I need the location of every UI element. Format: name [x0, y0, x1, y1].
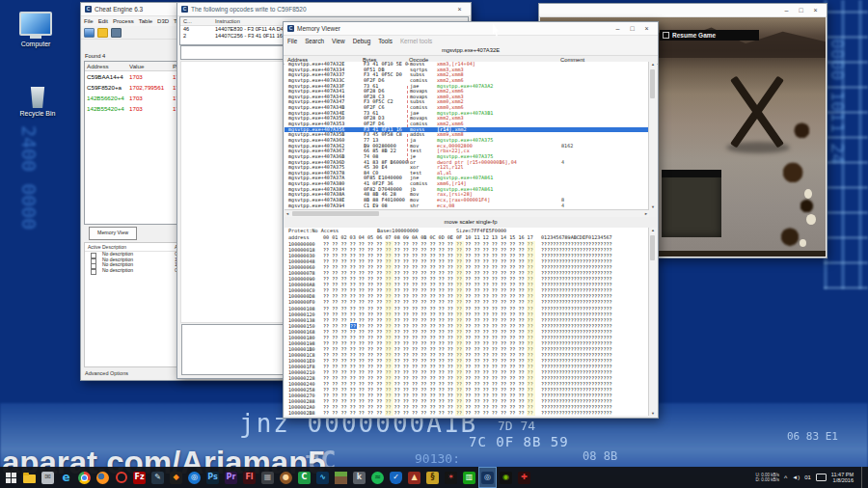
- green-display-app-icon: ▥: [463, 472, 475, 484]
- close-button[interactable]: ×: [452, 4, 467, 15]
- opcodes-titlebar[interactable]: C The following opcodes write to C59F852…: [177, 3, 471, 16]
- green-display-app[interactable]: ▥: [460, 467, 478, 488]
- light-spot: [804, 189, 812, 199]
- filezilla-app[interactable]: Fz: [130, 467, 149, 488]
- dark-app[interactable]: ▦: [258, 467, 277, 488]
- hex-view[interactable]: Protect:No Access Base=100000000 Size=7F…: [285, 228, 649, 416]
- menu-file[interactable]: File: [287, 38, 297, 44]
- desktop-icon-label: Recycle Bin: [8, 110, 68, 117]
- desktop: jnz 0000000A1B 7D 74 7C 0F 8B 59 08 8B 0…: [0, 0, 868, 488]
- disasm-scrollbar[interactable]: ▲▼: [648, 62, 657, 209]
- minimize-button[interactable]: –: [779, 5, 794, 16]
- dragon-app[interactable]: §: [423, 467, 442, 488]
- flame-app[interactable]: ◆: [167, 467, 185, 488]
- start-button[interactable]: [2, 467, 20, 488]
- red-app[interactable]: ▲: [405, 467, 423, 488]
- hex-rows: 100000000?? ?? ?? ?? ?? ?? ?? ?? ?? ?? ?…: [285, 241, 649, 416]
- file-explorer[interactable]: [20, 467, 39, 488]
- edge-browser[interactable]: e: [57, 467, 75, 488]
- date-label: 1/8/2016: [831, 477, 854, 484]
- select-process-icon[interactable]: [84, 28, 95, 38]
- disassembler-view[interactable]: mgsvtpp.exe+407A32EF3 41 0F10 5E 04movss…: [285, 62, 649, 209]
- claw-app[interactable]: ✶: [442, 467, 460, 488]
- touch-keyboard-icon[interactable]: [816, 474, 827, 481]
- flash-app-icon: Fl: [243, 472, 256, 484]
- menu-edit[interactable]: Edit: [98, 18, 108, 24]
- opera-browser[interactable]: [112, 467, 130, 488]
- menu-file[interactable]: File: [84, 18, 94, 24]
- advanced-options-label[interactable]: Advanced Options: [85, 370, 128, 376]
- menu-d3d[interactable]: D3D: [157, 18, 169, 24]
- hex-scrollbar[interactable]: ▲▼: [648, 228, 657, 416]
- chrome-browser[interactable]: [75, 467, 94, 488]
- resume-game-menu-item[interactable]: Resume Game: [660, 30, 759, 41]
- col-active[interactable]: Active: [88, 244, 101, 250]
- firefox-browser[interactable]: [94, 467, 112, 488]
- current-address-label: mgsvtpp.exe+407A32E: [284, 46, 658, 55]
- swoosh-app-icon: ∿: [316, 472, 329, 484]
- hex-row[interactable]: 1000002B8?? ?? ?? ?? ?? ?? ?? ?? ?? ?? ?…: [285, 410, 649, 416]
- show-desktop-button[interactable]: [861, 467, 866, 488]
- game-titlebar[interactable]: – □ ×: [539, 4, 827, 17]
- menu-process[interactable]: Process: [113, 18, 134, 24]
- col-description[interactable]: Description: [102, 244, 126, 250]
- flame-app-icon: ◆: [170, 472, 182, 484]
- desktop-icon-computer[interactable]: Computer: [6, 12, 66, 47]
- maximize-button[interactable]: □: [794, 5, 808, 16]
- memory-view-button[interactable]: Memory View: [89, 227, 137, 240]
- computer-icon: [19, 12, 52, 36]
- protect-label: Protect:No Access: [288, 228, 339, 233]
- menu-view[interactable]: View: [332, 38, 345, 44]
- red-tool-app[interactable]: ✚: [515, 467, 533, 488]
- col-address[interactable]: Address: [87, 63, 109, 69]
- brown-app[interactable]: ●: [277, 467, 295, 488]
- col-instruction[interactable]: Instruction: [215, 18, 240, 24]
- menu-debug[interactable]: Debug: [353, 38, 371, 44]
- dark-app-icon: ▦: [261, 472, 274, 484]
- network-speed-indicator[interactable]: U: 0.00 kB/s D: 0.00 kB/s: [755, 473, 779, 483]
- menu-kernel-tools[interactable]: Kernel tools: [400, 38, 432, 44]
- menu-tools[interactable]: Tools: [378, 38, 393, 44]
- photoshop-app[interactable]: Ps: [203, 467, 222, 488]
- clock[interactable]: 11:47 PM 1/8/2016: [831, 472, 854, 484]
- address-col-label: address: [288, 234, 309, 240]
- quill-app[interactable]: ✎: [149, 467, 167, 488]
- mv-titlebar[interactable]: C Memory Viewer – □ ×: [284, 22, 658, 36]
- desktop-icon-recycle-bin[interactable]: Recycle Bin: [8, 87, 68, 117]
- green-c-app-icon: C: [298, 472, 311, 484]
- green-circle-app[interactable]: ≈: [368, 467, 387, 488]
- cheat-engine-app[interactable]: ◎: [478, 467, 497, 488]
- desktop-icon-label: Computer: [6, 41, 66, 47]
- wallpaper-grid: [824, 0, 868, 289]
- tray-expand-icon[interactable]: ^: [784, 474, 787, 481]
- menu-table[interactable]: Table: [139, 18, 152, 24]
- minecraft-app[interactable]: [332, 467, 350, 488]
- disasm-row[interactable]: mgsvtpp.exe+407A394C1 E9 08shrecx,084: [285, 203, 649, 209]
- swoosh-app[interactable]: ∿: [313, 467, 332, 488]
- menu-search[interactable]: Search: [305, 38, 324, 44]
- col-value[interactable]: Value: [129, 63, 144, 69]
- premiere-app[interactable]: Pr: [222, 467, 240, 488]
- menu-marker-icon: [663, 32, 669, 39]
- close-button[interactable]: ×: [808, 5, 823, 16]
- volume-icon[interactable]: ◄): [792, 474, 800, 480]
- selected-hex-byte[interactable]: ??: [350, 323, 357, 329]
- shield-app[interactable]: ✓: [387, 467, 405, 488]
- close-button[interactable]: ×: [639, 23, 654, 35]
- save-table-icon[interactable]: [111, 28, 122, 38]
- minimize-button[interactable]: –: [610, 23, 625, 35]
- col-count[interactable]: C...: [183, 18, 192, 24]
- window-title: Cheat Engine 6.3: [95, 6, 143, 13]
- language-indicator[interactable]: 01: [804, 474, 811, 480]
- minecraft-app-icon: [335, 472, 347, 484]
- nvidia-app[interactable]: ◉: [497, 467, 515, 488]
- mail-app[interactable]: ✉: [39, 467, 57, 488]
- flash-app[interactable]: Fl: [240, 467, 258, 488]
- key-app[interactable]: k: [350, 467, 368, 488]
- open-table-icon[interactable]: [97, 28, 108, 38]
- nvidia-app-icon: ◉: [500, 472, 512, 484]
- active-checkbox[interactable]: [91, 269, 96, 275]
- maximize-button[interactable]: □: [625, 23, 639, 35]
- green-c-app[interactable]: C: [295, 467, 313, 488]
- blue-app[interactable]: ◎: [185, 467, 203, 488]
